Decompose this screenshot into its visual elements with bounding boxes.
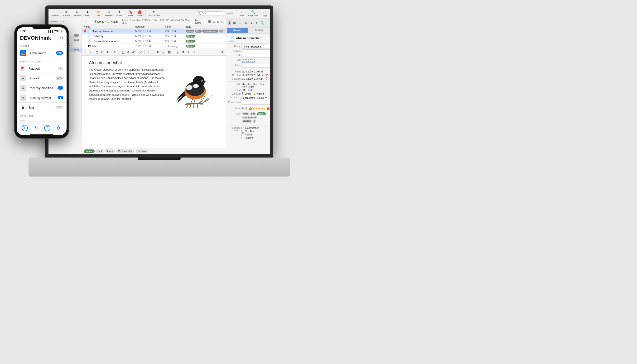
star-5[interactable]: ★ [263, 107, 266, 110]
phone-item-recently-modified[interactable]: ● Recently modified 5 [17, 83, 67, 93]
insp-tag-nature[interactable]: Nature [257, 112, 266, 115]
ed-add-button[interactable]: ✚ [105, 50, 110, 54]
bottom-tag-bird[interactable]: Bird [96, 150, 104, 153]
phone-item-flagged[interactable]: 🚩 Flagged 0 [17, 64, 67, 74]
table-row[interactable]: 📄 African Stonechat 14.03.19, 11:54 PDF+… [82, 29, 226, 34]
ed-note-button[interactable]: 📝 [161, 50, 166, 54]
list-view-button[interactable]: ☰ [208, 20, 212, 24]
tags-toolbar-button[interactable]: 🏷 Tags [261, 10, 269, 17]
exclude-classification-checkbox[interactable] [242, 127, 244, 129]
icon-view-button[interactable]: ⊞ [212, 20, 216, 24]
star-2[interactable]: ★ [256, 107, 258, 110]
insp-tag-africa[interactable]: Africa [242, 112, 249, 115]
tag-nature[interactable]: Nature [186, 45, 195, 48]
table-row[interactable]: 📄 Calla Lily 14.03.19, 12:07 PDF+Text Na… [82, 34, 226, 39]
phone-tab-sync[interactable]: ↻ [31, 125, 41, 131]
tag-bird[interactable]: Bird [195, 30, 202, 32]
insp-url-input[interactable] [242, 54, 270, 58]
inspectors-toolbar-button[interactable]: 🔍 Inspectors [247, 10, 260, 17]
ed-extra-button[interactable]: ⋯ [197, 50, 202, 54]
phone-item-recently-viewed[interactable]: ● Recently viewed 1 [17, 93, 67, 103]
insp-tag-bird[interactable]: Bird [250, 112, 256, 115]
star-1[interactable]: ★ [253, 107, 255, 110]
ed-anchor-button[interactable]: ⚓ [175, 50, 180, 54]
ed-bold-button[interactable]: B [113, 50, 117, 54]
ed-cursor-button[interactable]: ⌶ [95, 50, 99, 54]
ed-rotate-button[interactable]: ↺ [181, 50, 185, 54]
insp-search-button[interactable]: 🔍 [259, 20, 266, 26]
insp-classify-button[interactable]: ⊞ [232, 20, 237, 26]
ed-strikethrough-button[interactable]: S [126, 50, 130, 54]
exclude-tagging-checkbox[interactable] [242, 136, 244, 139]
sync-toolbar-button[interactable]: ↻ Synchronize [147, 10, 162, 17]
phone-tab-help[interactable]: ? [43, 125, 52, 131]
breadcrumb-nature[interactable]: Nature [111, 20, 119, 23]
insp-aliases-input[interactable] [242, 50, 270, 53]
sort-button[interactable]: by Name [195, 19, 205, 24]
breadcrumb-demo[interactable]: Demo [98, 20, 104, 23]
tag-nature[interactable]: Nature [186, 40, 195, 42]
insp-tag-add-button[interactable]: + [253, 120, 256, 123]
bottom-tag-nature[interactable]: Nature [84, 150, 95, 153]
tab-generic[interactable]: Generic [227, 28, 248, 33]
sidebar-toolbar-button[interactable]: ☰ Sidebar [50, 10, 60, 17]
phone-tab-add[interactable]: + [20, 125, 30, 131]
tag-muscicapidae[interactable]: Muscicapidae [202, 30, 218, 32]
table-row[interactable]: 📄 Chemical Compounds 14.03.19, 11:42 PDF… [82, 39, 226, 44]
insp-script-button[interactable]: ⚙ [244, 20, 249, 26]
phone-edit-button[interactable]: Edit [58, 36, 63, 40]
nav-back-button[interactable]: ‹ [84, 20, 88, 23]
info-toolbar-button[interactable]: ℹ Info [238, 10, 246, 17]
phone-tab-settings[interactable]: ⚙ [54, 126, 63, 131]
mark-p-button[interactable]: P [242, 108, 244, 110]
phone-item-global-inbox[interactable]: 📥 Global Inbox 246 [17, 48, 67, 58]
insp-tag-muscicapidae[interactable]: Muscicapidae [242, 116, 257, 119]
insp-geolocation-input[interactable] [242, 101, 270, 104]
insp-name-input[interactable] [242, 45, 270, 48]
insp-instances-select[interactable]: 0 replicants, 0 duplicates [242, 96, 268, 100]
ed-back-button[interactable]: ‹ [83, 50, 88, 54]
insp-tag-saxicola[interactable]: Saxicola [242, 120, 252, 123]
label-color-dot[interactable] [267, 108, 270, 110]
tag-more[interactable]: ... [219, 30, 224, 32]
ed-forward-button[interactable]: › [88, 50, 93, 54]
star-3[interactable]: ★ [258, 107, 261, 110]
actions-toolbar-button[interactable]: ⚙ Actions [73, 10, 83, 17]
insp-dot-button[interactable]: ● [250, 20, 254, 26]
tag-africa[interactable]: Africa [186, 30, 194, 32]
label-toolbar-button[interactable]: 🔴 Label [136, 10, 144, 17]
insp-list-button[interactable]: ☰ [238, 20, 243, 26]
ed-shape2-button[interactable]: ○ [151, 50, 155, 54]
ed-table-button[interactable]: ⊞ [155, 50, 160, 54]
table-row[interactable]: 🖼 Lily 05.02.18, 12:54 JPEG image Nature [82, 44, 226, 49]
ed-underline-button[interactable]: U [121, 50, 126, 54]
ed-select-button[interactable]: ⬚ [100, 50, 105, 54]
search-toolbar-button[interactable]: Search [225, 12, 235, 16]
phone-item-trash[interactable]: 🗑 Trash 162 [17, 103, 67, 112]
mark-circle-button[interactable]: ○ [245, 108, 248, 110]
ed-italic-button[interactable]: I [117, 50, 121, 54]
ed-shape1-button[interactable]: □ [146, 50, 150, 54]
ed-font-size-button[interactable]: A⁺ [131, 50, 137, 54]
phone-item-unread[interactable]: ● Unread 467 [17, 74, 67, 83]
mark-lock-button[interactable]: 🔒 [249, 108, 252, 110]
bottom-tag-saxicola[interactable]: Saxicola [136, 150, 149, 153]
preview2-toolbar-button[interactable]: 👁 Preview [104, 10, 114, 17]
exclude-search-checkbox[interactable] [242, 133, 244, 136]
preview-toolbar-button[interactable]: 👁 Preview [61, 10, 72, 17]
insp-info-button[interactable]: ℹ [228, 20, 231, 26]
ed-link-button[interactable]: 🔗 [137, 50, 143, 54]
insp-script-input[interactable] [242, 64, 270, 68]
mark-toolbar-button[interactable]: 🔖 Mark [127, 10, 135, 17]
insp-created-calendar-icon[interactable]: 📅 [265, 74, 268, 76]
search-bar[interactable]: 🔍 Search [196, 12, 224, 16]
bottom-tag-muscicapidae[interactable]: Muscicapidae [116, 150, 134, 153]
tag-nature[interactable]: Nature [186, 35, 195, 38]
phone-item-accounting[interactable]: 📦 Accounting 0 [17, 118, 67, 121]
insp-modified-calendar-icon[interactable]: 📅 [265, 78, 268, 80]
bottom-tag-africa[interactable]: Africa [105, 150, 115, 153]
ed-crop-button[interactable]: ✂ [191, 50, 196, 54]
ed-toggle-button[interactable]: ⧉ [220, 50, 225, 54]
insp-lines-button[interactable]: ≡ [255, 20, 259, 26]
ed-media-button[interactable]: 🖼 [167, 50, 172, 54]
